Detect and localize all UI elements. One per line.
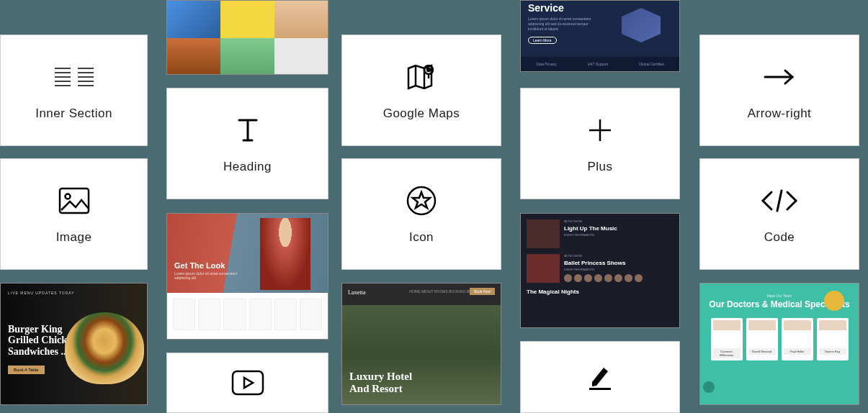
doctors-row: Cameron Williamson Darrell Steward Paul … xyxy=(707,318,851,360)
avatars xyxy=(564,274,674,282)
thumbnail-events[interactable]: MUSICSHOW Light Up The Music EVENT INFOR… xyxy=(520,213,680,328)
thumbnail-fashion[interactable]: Get The Look Lorem ipsum dolor sit amet … xyxy=(166,213,328,340)
event-title: The Magical Nights xyxy=(527,289,674,295)
thumbnail-hotel[interactable]: Luxetta HOME ABOUT ROOMS BOOKING BLOG CO… xyxy=(341,283,501,405)
product-row xyxy=(167,293,328,336)
service-footer: Data Privacy24/7 SupportGlobal Certified xyxy=(521,57,679,71)
widget-label: Heading xyxy=(223,160,272,174)
hero-text: Lorem ipsum dolor sit amet consectetur a… xyxy=(174,271,248,280)
widget-code[interactable]: Code xyxy=(699,158,859,270)
cta-button: Book A Table xyxy=(8,366,45,374)
maps-icon xyxy=(406,60,437,94)
svg-rect-10 xyxy=(60,189,89,213)
svg-line-25 xyxy=(777,191,782,211)
widget-icon[interactable]: Icon xyxy=(341,158,501,270)
heading-icon xyxy=(233,114,262,147)
plus-icon xyxy=(588,114,612,147)
event-image xyxy=(527,254,560,283)
service-title: Service xyxy=(528,2,672,14)
nav-text: LIVE MENU UPDATES TODAY xyxy=(8,291,140,295)
pencil-icon xyxy=(588,360,612,394)
widget-label: Image xyxy=(56,230,92,245)
widget-label: Plus xyxy=(587,160,612,174)
widget-edit[interactable] xyxy=(520,341,680,413)
service-text: Lorem ipsum dolor sit amet consectetur a… xyxy=(528,17,600,32)
widget-arrow-right[interactable]: Arrow-right xyxy=(699,35,859,146)
widget-google-maps[interactable]: Google Maps xyxy=(341,35,501,146)
arrow-right-icon xyxy=(764,60,795,94)
svg-rect-15 xyxy=(233,371,263,394)
thumbnail-collage[interactable] xyxy=(166,0,328,75)
hotel-logo: Luxetta xyxy=(348,289,365,296)
thumbnail-service[interactable]: Service Lorem ipsum dolor sit amet conse… xyxy=(520,0,680,72)
svg-point-19 xyxy=(427,68,430,71)
widget-label: Arrow-right xyxy=(748,106,812,121)
widget-label: Google Maps xyxy=(383,106,460,121)
event-row: MUSICSHOW Light Up The Music EVENT INFOR… xyxy=(527,219,674,248)
hero-section: Get The Look Lorem ipsum dolor sit amet … xyxy=(167,214,328,293)
blob-shape xyxy=(824,291,844,311)
video-icon xyxy=(231,366,264,399)
event-image xyxy=(527,219,560,248)
svg-point-11 xyxy=(65,194,70,199)
widget-video[interactable] xyxy=(166,353,328,413)
widget-label: Inner Section xyxy=(35,106,112,121)
book-button: Book Now xyxy=(470,288,495,295)
model-image xyxy=(260,218,310,290)
event-info: EVENT INFORMATION xyxy=(564,268,674,271)
event-row: MUSICSHOW Ballet Princess Shows EVENT IN… xyxy=(527,254,674,283)
inner-section-icon xyxy=(55,60,94,94)
widget-image[interactable]: Image xyxy=(0,158,148,270)
event-cat: MUSICSHOW xyxy=(564,254,674,258)
event-cat: MUSICSHOW xyxy=(564,219,674,223)
widget-label: Code xyxy=(764,230,795,245)
thumbnail-medical[interactable]: Meet Our Team Our Doctors & Medical Spec… xyxy=(699,283,859,405)
image-icon xyxy=(58,184,90,217)
widget-plus[interactable]: Plus xyxy=(520,88,680,199)
event-title: Light Up The Music xyxy=(564,225,674,232)
event-title: Ballet Princess Shows xyxy=(564,260,674,266)
star-icon xyxy=(406,184,437,217)
image-grid xyxy=(167,1,328,75)
code-icon xyxy=(760,184,799,217)
thumbnail-restaurant[interactable]: LIVE MENU UPDATES TODAY Burger KingGrill… xyxy=(0,283,148,405)
widget-heading[interactable]: Heading xyxy=(166,88,328,199)
widget-inner-section[interactable]: Inner Section xyxy=(0,35,148,146)
widget-label: Icon xyxy=(409,230,434,245)
blob-shape xyxy=(703,381,715,393)
svg-rect-23 xyxy=(589,388,611,390)
event-info: EVENT INFORMATION xyxy=(564,233,674,237)
burger-image xyxy=(65,312,144,384)
event-row: The Magical Nights xyxy=(527,289,674,296)
service-cta: Learn More xyxy=(528,37,557,44)
hero-title: Luxury HotelAnd Resort xyxy=(349,371,412,394)
